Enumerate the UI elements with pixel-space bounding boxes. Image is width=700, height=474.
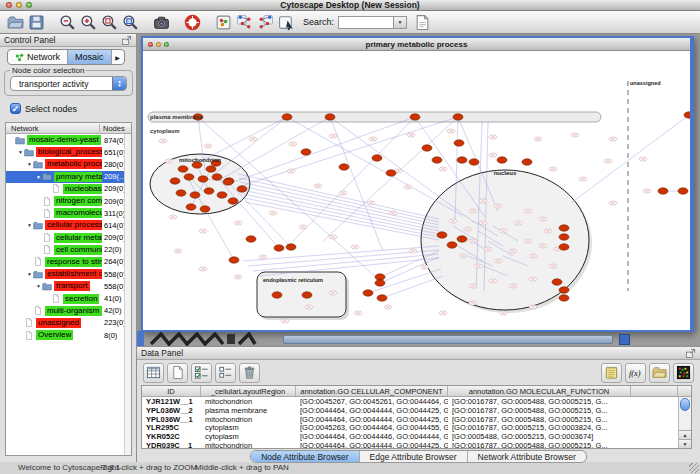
new-attribute-icon — [170, 365, 185, 380]
select-nodes-checkbox[interactable]: ✓ — [10, 103, 21, 114]
column-header-_cellularLayoutRegion[interactable]: _cellularLayoutRegion — [201, 386, 296, 396]
tree-row-metabolic-process[interactable]: ▼metabolic process280(0) — [6, 158, 124, 170]
new-attribute-button[interactable] — [167, 363, 188, 383]
tab-network-attribute-browser[interactable]: Network Attribute Browser — [468, 451, 586, 462]
tree-row-macromolecule[interactable]: macromolecule311(0) — [6, 207, 124, 219]
tree-row-cellular-process[interactable]: ▼cellular process614(0) — [6, 219, 124, 231]
network-canvas[interactable]: plasma membranecytoplasmmitochondrionnuc… — [143, 51, 690, 330]
expander-icon[interactable]: ▼ — [17, 149, 24, 155]
frame-minimize-button[interactable] — [156, 42, 161, 47]
tree-row-nitrogen-compo[interactable]: nitrogen compo209(0) — [6, 195, 124, 207]
zoom-fit-button[interactable] — [99, 12, 120, 32]
save-button[interactable] — [26, 12, 47, 32]
search-input[interactable] — [338, 16, 394, 29]
search-dropdown-button[interactable]: ▼ — [394, 16, 407, 29]
expander-icon[interactable]: ▼ — [35, 174, 42, 180]
table-row[interactable]: YPL036W__1mitochondrion[GO:0044464, GO:0… — [142, 415, 691, 424]
toolbar-separator — [141, 12, 151, 32]
import-attributes-button[interactable] — [649, 363, 670, 383]
network-graph[interactable]: plasma membranecytoplasmmitochondrionnuc… — [143, 51, 690, 330]
unselect-attributes-icon — [218, 365, 233, 380]
tree-row-multi-organism-pro[interactable]: multi-organism pro42(0) — [6, 305, 124, 317]
snapshot-button[interactable] — [151, 12, 172, 32]
unselect-attributes-button[interactable] — [215, 363, 236, 383]
frame-maximize-button[interactable] — [164, 42, 169, 47]
expander-icon[interactable]: ▼ — [26, 222, 33, 228]
tree-col-divider[interactable] — [99, 124, 100, 132]
tab-mosaic[interactable]: Mosaic — [68, 50, 112, 64]
tree-row-overview[interactable]: Overview8(0) — [6, 329, 124, 341]
table-cell: [GO:0005488, GO:0005215, GO:0003674] — [448, 432, 631, 441]
formula-builder-button[interactable]: f(x) — [625, 363, 646, 383]
column-header-annotation.GO CELLULAR_COMPONENT[interactable]: annotation.GO CELLULAR_COMPONENT — [296, 386, 448, 396]
float-icon[interactable] — [121, 35, 133, 46]
attribute-matrix-button[interactable] — [673, 363, 694, 383]
float-icon[interactable] — [685, 348, 697, 359]
frame-close-button[interactable] — [148, 42, 153, 47]
open-button[interactable] — [5, 12, 26, 32]
group-label: Node color selection — [10, 66, 86, 75]
select-nodes-row: ✓ Select nodes — [10, 103, 77, 114]
table-scrollbar[interactable]: ▲ ▼ — [678, 397, 691, 448]
minimized-window-bar[interactable] — [283, 335, 613, 344]
data-panel: Data Panel f(x) ID_cellularLayoutRegiona… — [137, 346, 700, 462]
combobox-stepper-icon[interactable]: ▲▼ — [112, 77, 126, 90]
tree-row-transport[interactable]: ▼transport558(0) — [6, 280, 124, 292]
column-header-ID[interactable]: ID — [142, 386, 201, 396]
tab-mosaic-label: Mosaic — [75, 52, 104, 62]
tab-network[interactable]: Network — [8, 50, 68, 64]
scroll-down-icon[interactable]: ▼ — [679, 439, 691, 448]
select-nodes-label: Select nodes — [25, 104, 77, 114]
table-row[interactable]: YPL036W__2plasma membrane[GO:0044464, GO… — [142, 406, 691, 415]
layout-b-button[interactable] — [255, 12, 276, 32]
column-header-annotation.GO MOLECULAR_FUNCTION[interactable]: annotation.GO MOLECULAR_FUNCTION — [448, 386, 631, 396]
node-color-combobox[interactable]: transporter activity ▲▼ — [10, 76, 127, 91]
tree-row-cell-communicat[interactable]: cell communicat22(0) — [6, 244, 124, 256]
expander-icon[interactable]: ▼ — [26, 161, 33, 167]
attribute-editor-button[interactable] — [601, 363, 622, 383]
table-row[interactable]: YJR121W__1mitochondrion[GO:0045267, GO:0… — [142, 397, 691, 406]
folder-icon — [42, 172, 54, 181]
tab-node-attribute-browser[interactable]: Node Attribute Browser — [251, 451, 359, 462]
tree-row-primary-metabo[interactable]: ▼primary metabo209(... — [6, 171, 124, 183]
search-group: Search: ▼ — [303, 16, 407, 29]
tree-row-mosaic-demo-yeast[interactable]: mosaic-demo-yeast874(0) — [6, 134, 124, 146]
table-row[interactable]: YKR052Ccytoplasm[GO:0044464, GO:0044446,… — [142, 432, 691, 441]
tree-row-establishment-of-lo[interactable]: ▼establishment of lo558(0) — [6, 268, 124, 280]
scroll-up-icon[interactable]: ▲ — [679, 430, 691, 439]
expander-icon[interactable]: ▼ — [26, 271, 33, 277]
zoom-in-button[interactable] — [78, 12, 99, 32]
tree-row-response-to-stimulu[interactable]: response to stimulu264(0) — [6, 256, 124, 268]
tree-row-secretion[interactable]: secretion41(0) — [6, 292, 124, 304]
node-count: 264(0) — [104, 257, 124, 266]
expander-icon[interactable]: ▼ — [35, 283, 42, 289]
formula-builder-icon: f(x) — [628, 365, 643, 380]
column-header-blank[interactable] — [631, 386, 678, 396]
data-panel-toolbar: f(x) — [137, 360, 700, 385]
zoom-out-button[interactable] — [57, 12, 78, 32]
tree-row-unassigned[interactable]: unassigned223(0) — [6, 317, 124, 329]
annotation-button[interactable] — [412, 12, 433, 32]
tree-row-nucleobase-[interactable]: nucleobase-209(0) — [6, 183, 124, 195]
scrollbar-thumb[interactable] — [680, 398, 690, 411]
network-view-titlebar[interactable]: primary metabolic process — [143, 38, 690, 51]
delete-attribute-button[interactable] — [239, 363, 260, 383]
resize-grip[interactable] — [689, 463, 699, 473]
select-attributes-button[interactable] — [191, 363, 212, 383]
layout-a-button[interactable] — [234, 12, 255, 32]
select-mode-button[interactable] — [276, 12, 297, 32]
vizmapper-button[interactable] — [213, 12, 234, 32]
tree-label: cell communicat — [54, 245, 102, 255]
tree-row-biological-process[interactable]: ▼biological_process651(0) — [6, 146, 124, 158]
table-row[interactable]: YLR295Ccytoplasm[GO:0045263, GO:0044464,… — [142, 423, 691, 432]
tree-scrollbar[interactable] — [124, 134, 131, 455]
help-button[interactable] — [182, 12, 203, 32]
table-row[interactable]: YDR039C__1mitochondrion[GO:0044464, GO:0… — [142, 441, 691, 449]
data-panel-title: Data Panel — [141, 348, 183, 358]
tab-edge-attribute-browser[interactable]: Edge Attribute Browser — [360, 451, 468, 462]
zoom-selected-button[interactable] — [120, 12, 141, 32]
folder-icon — [42, 282, 54, 291]
tab-overflow-arrow-icon[interactable]: ▶ — [112, 50, 124, 64]
tree-row-cellular-metabo[interactable]: cellular metabo209(0) — [6, 232, 124, 244]
attribute-table-button[interactable] — [143, 363, 164, 383]
